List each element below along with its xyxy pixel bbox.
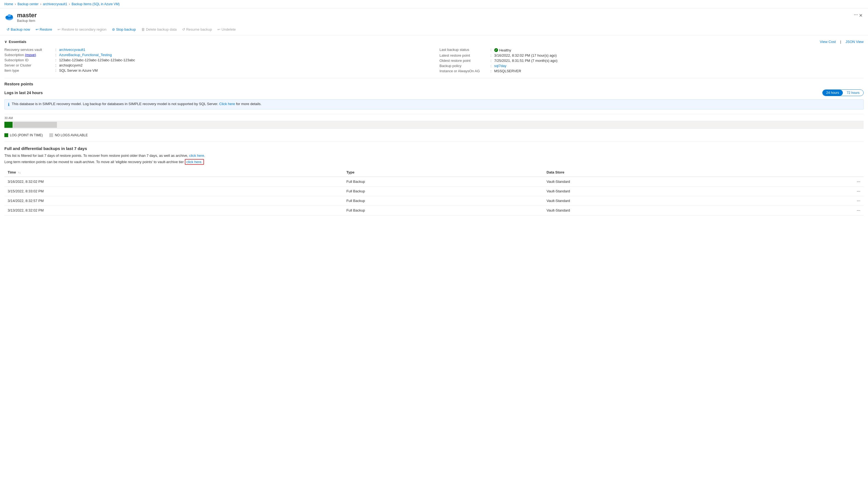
toggle-24h-button[interactable]: 24 hours xyxy=(823,90,843,96)
restore-icon: ↩ xyxy=(36,27,38,32)
essentials-links-sep: | xyxy=(840,40,841,44)
col-datastore: Data Store xyxy=(543,168,782,177)
essentials-header: ∨ Essentials View Cost | JSON View xyxy=(4,40,864,44)
undelete-button[interactable]: ↩ Undelete xyxy=(215,26,238,33)
stop-backup-button[interactable]: ⊘ Stop backup xyxy=(110,26,138,33)
cell-row-menu[interactable]: ··· xyxy=(782,177,864,187)
row-menu-button[interactable]: ··· xyxy=(857,189,860,193)
info-link[interactable]: Click here xyxy=(219,102,235,106)
timeline-bar-container xyxy=(4,121,864,129)
breadcrumb: Home › Backup center › archiveccyvault1 … xyxy=(0,0,868,9)
page-subtitle: Backup Item xyxy=(17,19,852,23)
toggle-72h-button[interactable]: 72 hours xyxy=(843,90,863,96)
cell-time: 3/16/2022, 8:32:02 PM xyxy=(4,177,343,187)
table-row: 3/13/2022, 8:32:02 PM Full Backup Vault-… xyxy=(4,205,864,215)
main-content: ∨ Essentials View Cost | JSON View Recov… xyxy=(0,35,868,220)
col-actions xyxy=(782,168,864,177)
view-cost-link[interactable]: View Cost xyxy=(820,40,836,44)
restore-secondary-button[interactable]: ↩ Restore to secondary region xyxy=(55,26,109,33)
cell-row-menu[interactable]: ··· xyxy=(782,205,864,215)
backup-now-button[interactable]: ↺ Backup now xyxy=(4,26,32,33)
move-link[interactable]: (move) xyxy=(25,53,36,57)
essentials-left: Recovery services vault : archiveccyvaul… xyxy=(4,47,429,73)
essentials-row-subscription: Subscription (move) : AzureBackup_Functi… xyxy=(4,52,429,57)
chevron-down-icon: ∨ xyxy=(4,40,7,44)
hours-toggle-group: 24 hours 72 hours xyxy=(822,90,864,96)
breadcrumb-backup-center[interactable]: Backup center xyxy=(18,2,38,6)
resume-backup-icon: ↺ xyxy=(182,27,185,32)
essentials-row-subid: Subscription ID : 123abc-123abc-123abc-1… xyxy=(4,57,429,62)
row-menu-button[interactable]: ··· xyxy=(857,198,860,203)
stop-backup-icon: ⊘ xyxy=(112,27,115,32)
cell-datastore: Vault-Standard xyxy=(543,177,782,187)
section-divider-2 xyxy=(4,141,864,142)
cell-row-menu[interactable]: ··· xyxy=(782,196,864,205)
logs-title: Logs in last 24 hours xyxy=(4,91,43,95)
app-icon xyxy=(4,12,14,22)
logs-subsection-row: Logs in last 24 hours 24 hours 72 hours xyxy=(4,88,864,97)
info-icon: ℹ xyxy=(8,102,10,107)
timeline-label: 30 AM xyxy=(4,116,864,120)
breadcrumb-sep-3: › xyxy=(69,2,70,6)
essentials-row-itemtype: Item type : SQL Server in Azure VM xyxy=(4,68,429,73)
table-row: 3/16/2022, 8:32:02 PM Full Backup Vault-… xyxy=(4,177,864,187)
timeline-bar-log xyxy=(4,122,13,128)
delete-backup-button[interactable]: 🗑 Delete backup data xyxy=(139,26,179,33)
cell-time: 3/15/2022, 8:33:02 PM xyxy=(4,186,343,196)
fd-title: Full and differential backups in last 7 … xyxy=(4,146,864,151)
backup-table: Time ↑↓ Type Data Store 3/16/2022, 8:32:… xyxy=(4,168,864,215)
delete-backup-icon: 🗑 xyxy=(141,27,145,32)
status-badge xyxy=(494,48,498,52)
essentials-row-server: Server or Cluster : archsqlccyvm2 xyxy=(4,62,429,68)
cell-type: Full Backup xyxy=(343,186,543,196)
action-toolbar: ↺ Backup now ↩ Restore ↩ Restore to seco… xyxy=(0,25,868,35)
info-text: This database is in SIMPLE recovery mode… xyxy=(12,102,261,106)
header-menu-button[interactable]: ··· xyxy=(854,12,858,18)
essentials-row-oldest-restore: Oldest restore point : 7/25/2021, 8:31:5… xyxy=(439,58,864,63)
fd-link-2[interactable]: click here. xyxy=(187,160,203,164)
breadcrumb-sep-1: › xyxy=(15,2,16,6)
essentials-title: ∨ Essentials xyxy=(4,40,26,44)
close-button[interactable]: ✕ xyxy=(858,12,864,19)
essentials-grid: Recovery services vault : archiveccyvaul… xyxy=(4,47,864,73)
fd-link-1[interactable]: click here. xyxy=(189,154,205,158)
restore-button[interactable]: ↩ Restore xyxy=(33,26,55,33)
cell-row-menu[interactable]: ··· xyxy=(782,186,864,196)
fd-desc-1: This list is filtered for last 7 days of… xyxy=(4,153,864,158)
cell-datastore: Vault-Standard xyxy=(543,186,782,196)
table-row: 3/15/2022, 8:33:02 PM Full Backup Vault-… xyxy=(4,186,864,196)
cell-time: 3/14/2022, 8:32:57 PM xyxy=(4,196,343,205)
essentials-links: View Cost | JSON View xyxy=(820,40,864,44)
cell-type: Full Backup xyxy=(343,205,543,215)
restore-secondary-icon: ↩ xyxy=(57,27,60,32)
legend-item-log: LOG (POINT IN TIME) xyxy=(4,133,43,137)
timeline-legend: LOG (POINT IN TIME) NO LOGS AVAILABLE xyxy=(4,133,864,137)
subscription-link[interactable]: AzureBackup_Functional_Testing xyxy=(59,53,112,57)
breadcrumb-home[interactable]: Home xyxy=(4,2,13,6)
row-menu-button[interactable]: ··· xyxy=(857,208,860,213)
cell-datastore: Vault-Standard xyxy=(543,196,782,205)
header-text-block: master Backup Item xyxy=(17,12,852,23)
page-title: master xyxy=(17,12,852,19)
legend-swatch-log xyxy=(4,133,8,137)
breadcrumb-sep-2: › xyxy=(40,2,41,6)
fd-link-2-highlighted: click here. xyxy=(185,159,204,165)
cell-datastore: Vault-Standard xyxy=(543,205,782,215)
breadcrumb-backup-items[interactable]: Backup Items (SQL in Azure VM) xyxy=(71,2,120,6)
vault-link[interactable]: archiveccyvault1 xyxy=(59,48,86,52)
table-header-row: Time ↑↓ Type Data Store xyxy=(4,168,864,177)
timeline-area: 30 AM xyxy=(4,114,864,129)
essentials-right: Last backup status : Healthy Latest rest… xyxy=(439,47,864,73)
policy-link[interactable]: sql7day xyxy=(494,64,507,68)
col-time: Time ↑↓ xyxy=(4,168,343,177)
sort-icon-time[interactable]: ↑↓ xyxy=(18,171,21,174)
cell-type: Full Backup xyxy=(343,196,543,205)
resume-backup-button[interactable]: ↺ Resume backup xyxy=(180,26,214,33)
legend-item-nologs: NO LOGS AVAILABLE xyxy=(49,133,88,137)
row-menu-button[interactable]: ··· xyxy=(857,179,860,184)
essentials-row-instance: Instance or AlwaysOn AG : MSSQLSERVER xyxy=(439,68,864,73)
breadcrumb-vault[interactable]: archiveccyvault1 xyxy=(43,2,67,6)
table-body: 3/16/2022, 8:32:02 PM Full Backup Vault-… xyxy=(4,177,864,215)
cell-time: 3/13/2022, 8:32:02 PM xyxy=(4,205,343,215)
json-view-link[interactable]: JSON View xyxy=(846,40,864,44)
